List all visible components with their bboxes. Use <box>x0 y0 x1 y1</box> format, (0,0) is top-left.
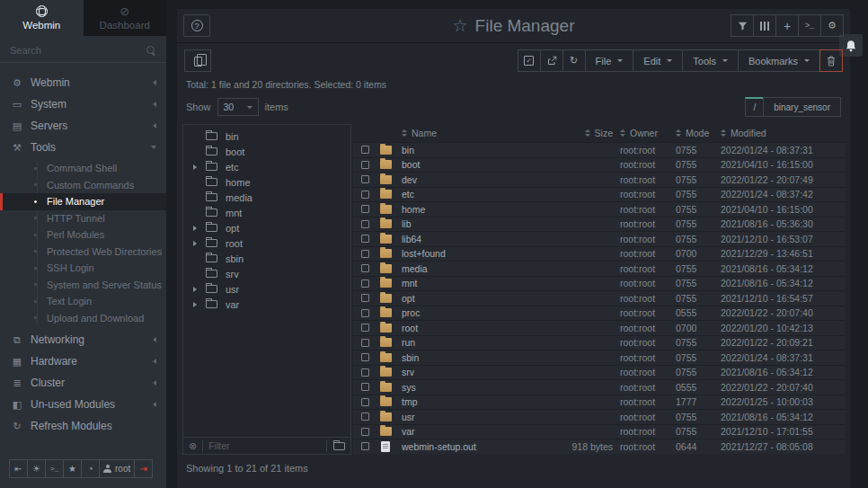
column-header-mode[interactable]: Mode <box>676 128 721 138</box>
sidebar-item-cluster[interactable]: ≣Cluster <box>0 372 166 394</box>
sidebar-item-custom-commands[interactable]: Custom Commands <box>0 177 166 194</box>
row-checkbox[interactable] <box>361 279 369 288</box>
sidebar-item-protected-web-directories[interactable]: Protected Web Directories <box>0 244 166 261</box>
row-checkbox[interactable] <box>361 235 369 243</box>
sidebar-item-file-manager[interactable]: File Manager <box>0 193 166 210</box>
file-name[interactable]: proc <box>402 307 537 318</box>
row-checkbox[interactable] <box>361 309 369 317</box>
sidebar-item-perl-modules[interactable]: Perl Modules <box>0 226 166 244</box>
sidebar-item-command-shell[interactable]: Command Shell <box>0 160 166 177</box>
tab-webmin[interactable]: Webmin <box>0 0 84 36</box>
row-checkbox[interactable] <box>361 324 369 332</box>
table-row[interactable]: homeroot:root07552021/04/10 - 16:15:00 <box>353 201 845 217</box>
theme-button[interactable]: ☀ <box>27 459 46 478</box>
language-button[interactable]: ◔ <box>81 459 100 478</box>
file-name[interactable]: lib64 <box>402 234 537 244</box>
row-checkbox[interactable] <box>361 175 369 183</box>
menu-tools[interactable]: Tools <box>682 49 739 72</box>
refresh-button[interactable]: ↻ <box>562 49 586 72</box>
menu-edit[interactable]: Edit <box>633 49 683 72</box>
file-name[interactable]: webmin-setup.out <box>402 441 537 452</box>
tree-item-bin[interactable]: bin <box>183 129 350 144</box>
tree-item-usr[interactable]: usr <box>183 281 350 297</box>
file-name[interactable]: lib <box>402 218 537 229</box>
sidebar-item-http-tunnel[interactable]: HTTP Tunnel <box>0 210 166 227</box>
file-name[interactable]: root <box>402 323 537 333</box>
file-name[interactable]: home <box>402 204 537 215</box>
tree-item-opt[interactable]: opt <box>183 220 350 235</box>
row-checkbox[interactable] <box>361 220 369 228</box>
row-checkbox[interactable] <box>361 368 369 377</box>
row-checkbox[interactable] <box>361 205 369 213</box>
tree-item-boot[interactable]: boot <box>183 144 350 159</box>
sidebar-item-system[interactable]: ▭System <box>0 93 166 115</box>
file-name[interactable]: usr <box>402 412 537 422</box>
tree-item-media[interactable]: media <box>183 190 350 205</box>
sidebar-item-webmin[interactable]: ⚙Webmin <box>0 72 166 93</box>
sidebar-item-hardware[interactable]: ▦Hardware <box>0 350 166 372</box>
tree-item-mnt[interactable]: mnt <box>183 205 350 220</box>
expand-caret-icon[interactable] <box>193 226 204 231</box>
column-header-modified[interactable]: Modified <box>721 128 845 138</box>
sidebar-item-upload-and-download[interactable]: Upload and Download <box>0 310 166 327</box>
file-name[interactable]: lost+found <box>402 248 537 259</box>
file-name[interactable]: tmp <box>402 396 537 407</box>
file-name[interactable]: srv <box>402 367 537 377</box>
row-checkbox[interactable] <box>361 383 369 391</box>
file-name[interactable]: mnt <box>402 278 537 288</box>
row-checkbox[interactable] <box>361 442 369 450</box>
table-row[interactable]: srvroot:root07552021/08/16 - 05:34:12 <box>353 365 845 380</box>
table-row[interactable]: webmin-setup.out918 bytesroot:root064420… <box>353 439 845 454</box>
sidebar-item-text-login[interactable]: Text Login <box>0 293 166 310</box>
row-checkbox[interactable] <box>361 413 369 421</box>
help-button[interactable]: ? <box>183 14 210 37</box>
menu-file[interactable]: File <box>585 49 634 72</box>
sidebar-item-un-used-modules[interactable]: ◧Un-used Modules <box>0 394 166 415</box>
file-name[interactable]: media <box>402 263 537 274</box>
tree-item-var[interactable]: var <box>183 297 350 312</box>
clear-filter-icon[interactable]: ⊗ <box>189 441 197 451</box>
sidebar-item-refresh-modules[interactable]: ↻Refresh Modules <box>0 415 166 437</box>
table-row[interactable]: lib64root:root07552021/12/10 - 16:53:07 <box>353 231 845 246</box>
collapse-sidebar-button[interactable]: ⇤ <box>9 459 28 478</box>
file-name[interactable]: boot <box>402 159 537 170</box>
table-row[interactable]: devroot:root07552022/01/22 - 20:07:49 <box>353 172 845 187</box>
logout-button[interactable]: ⇥ <box>134 459 153 478</box>
row-checkbox[interactable] <box>361 353 369 361</box>
row-checkbox[interactable] <box>361 250 369 258</box>
sidebar-item-servers[interactable]: ▤Servers <box>0 115 166 137</box>
column-header-owner[interactable]: Owner <box>620 128 676 138</box>
tree-item-srv[interactable]: srv <box>183 266 350 281</box>
expand-caret-icon[interactable] <box>193 287 204 292</box>
table-row[interactable]: usrroot:root07552021/08/16 - 05:34:12 <box>353 409 845 424</box>
row-checkbox[interactable] <box>361 146 369 154</box>
file-name[interactable]: sys <box>402 382 537 393</box>
expand-caret-icon[interactable] <box>193 241 204 246</box>
copy-path-button[interactable] <box>184 49 211 72</box>
table-row[interactable]: lost+foundroot:root07002021/12/29 - 13:4… <box>353 246 845 262</box>
table-row[interactable]: optroot:root07552021/12/10 - 16:54:57 <box>353 290 845 306</box>
filter-button[interactable] <box>731 14 754 37</box>
tree-item-root[interactable]: root <box>183 235 350 251</box>
table-row[interactable]: sysroot:root05552022/01/22 - 20:07:40 <box>353 379 845 395</box>
table-row[interactable]: tmproot:root17772022/01/25 - 10:00:03 <box>353 395 845 410</box>
shell-button[interactable]: >_ <box>45 459 64 478</box>
file-name[interactable]: opt <box>402 293 537 304</box>
export-button[interactable] <box>540 49 563 72</box>
file-name[interactable]: bin <box>402 145 537 155</box>
page-size-select[interactable]: 30 <box>217 98 259 116</box>
row-checkbox[interactable] <box>361 339 369 347</box>
tree-folder-button[interactable] <box>326 440 345 452</box>
table-row[interactable]: varroot:root07552021/12/10 - 17:01:55 <box>353 424 845 439</box>
file-name[interactable]: dev <box>402 174 537 185</box>
table-row[interactable]: bootroot:root07552021/04/10 - 16:15:00 <box>353 157 845 173</box>
table-row[interactable]: rootroot:root07002022/01/20 - 10:42:13 <box>353 320 845 335</box>
table-row[interactable]: binroot:root07552022/01/24 - 08:37:31 <box>353 142 845 157</box>
table-row[interactable]: libroot:root07552021/08/16 - 05:36:30 <box>353 217 845 232</box>
breadcrumb-segment[interactable]: binary_sensor <box>763 97 841 117</box>
column-header-name[interactable]: Name <box>402 128 537 138</box>
expand-caret-icon[interactable] <box>193 302 204 307</box>
sidebar-item-ssh-login[interactable]: SSH Login <box>0 260 166 277</box>
expand-caret-icon[interactable] <box>193 164 204 170</box>
table-row[interactable]: procroot:root05552022/01/22 - 20:07:40 <box>353 306 845 321</box>
